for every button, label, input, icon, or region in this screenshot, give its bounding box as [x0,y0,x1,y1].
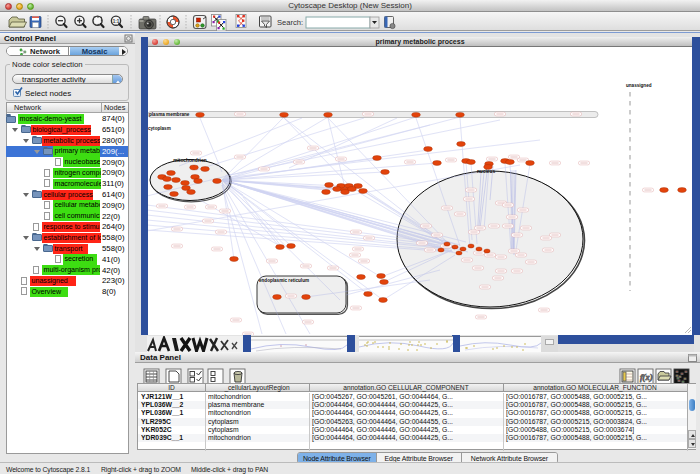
svg-text:Search:: Search: [277,18,303,27]
svg-text:mitochondrion: mitochondrion [173,158,207,163]
svg-text:endoplasmic reticulum: endoplasmic reticulum [259,278,309,283]
svg-text:f(x): f(x) [640,372,653,382]
svg-text:cytoplasm: cytoplasm [148,126,171,131]
svg-text:unassigned: unassigned [626,83,652,88]
svg-text:nucleus: nucleus [477,169,495,174]
svg-text:plasma membrane: plasma membrane [149,112,190,117]
